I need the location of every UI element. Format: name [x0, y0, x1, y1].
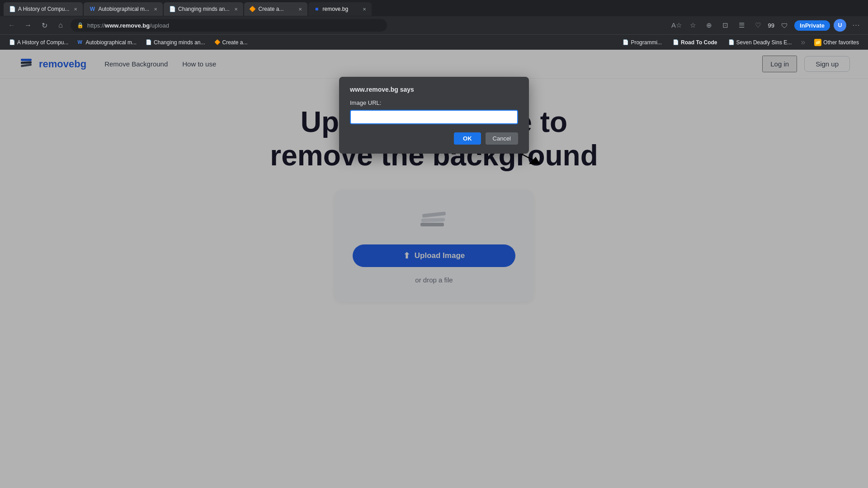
tab-label-history: A History of Compu... — [18, 6, 69, 12]
bookmark-programmi[interactable]: 📄 Programmi... — [619, 38, 665, 47]
tab-close-removebg[interactable]: ✕ — [363, 7, 366, 12]
bookmarks-separator: » — [799, 38, 807, 47]
bookmark-favicon-changing: 📄 — [146, 39, 152, 46]
bookmark-label-programmi: Programmi... — [631, 39, 662, 46]
tab-favicon-autobio: W — [89, 6, 95, 12]
dialog-cancel-button[interactable]: Cancel — [486, 132, 518, 145]
tab-favicon-history: 📄 — [9, 6, 15, 12]
collections-button[interactable]: ⊕ — [703, 19, 716, 32]
browser-right-controls: A☆ ☆ ⊕ ⊡ ☰ ♡ 99 🛡 InPrivate U ··· — [670, 19, 863, 32]
tab-close-autobio[interactable]: ✕ — [154, 7, 157, 12]
dialog-url-input[interactable] — [350, 110, 518, 124]
lock-icon: 🔒 — [77, 22, 84, 28]
url-protocol: https:// — [87, 22, 105, 29]
bookmark-label-autobio: Autobiographical m... — [85, 39, 137, 46]
main-content: removebg Remove Background How to use Lo… — [0, 50, 868, 488]
tab-favicon-create: 🔶 — [250, 6, 256, 12]
bookmark-label-changing: Changing minds an... — [154, 39, 205, 46]
browser-chrome: 📄 A History of Compu... ✕ W Autobiograph… — [0, 0, 868, 50]
refresh-button[interactable]: ↻ — [38, 19, 51, 32]
tab-favicon-changing: 📄 — [169, 6, 175, 12]
tab-favicon-removebg: ■ — [314, 6, 320, 12]
tab-close-create[interactable]: ✕ — [298, 7, 302, 12]
url-path: /upload — [150, 22, 169, 29]
tab-history[interactable]: 📄 A History of Compu... ✕ — [4, 2, 83, 16]
notification-count: 99 — [768, 22, 774, 29]
dialog-label: Image URL: — [350, 99, 518, 106]
tab-label-changing: Changing minds an... — [178, 6, 229, 12]
other-favorites[interactable]: 📁 Other favorites — [811, 38, 863, 47]
tab-label-autobio: Autobiographical m... — [98, 6, 149, 12]
bookmarks-right: 📄 Programmi... 📄 Road To Code 📄 Seven De… — [619, 38, 863, 47]
inprivate-button[interactable]: InPrivate — [794, 20, 830, 31]
read-mode-button[interactable]: A☆ — [670, 19, 683, 32]
bookmark-label-seven-sins: Seven Deadly Sins E... — [736, 39, 792, 46]
favorites-button[interactable]: ☆ — [687, 19, 699, 32]
sidebar-button[interactable]: ☰ — [736, 19, 748, 32]
dialog-ok-button[interactable]: OK — [454, 132, 481, 145]
bookmark-label-road-to-code: Road To Code — [681, 39, 717, 46]
url-display: https://www.remove.bg/upload — [87, 22, 381, 29]
tab-label-removebg: remove.bg — [323, 6, 358, 12]
bookmark-autobio[interactable]: W Autobiographical m... — [74, 38, 140, 47]
bookmark-label-history: A History of Compu... — [17, 39, 68, 46]
address-bar-row: ← → ↻ ⌂ 🔒 https://www.remove.bg/upload A… — [0, 16, 868, 34]
shield-button[interactable]: 🛡 — [778, 19, 791, 32]
home-button[interactable]: ⌂ — [54, 19, 67, 32]
tab-bar: 📄 A History of Compu... ✕ W Autobiograph… — [0, 0, 868, 16]
forward-button[interactable]: → — [22, 19, 34, 32]
bookmark-changing[interactable]: 📄 Changing minds an... — [142, 38, 208, 47]
address-bar[interactable]: 🔒 https://www.remove.bg/upload — [71, 19, 387, 32]
inprivate-label: InPrivate — [800, 22, 825, 29]
dialog-overlay: www.remove.bg says Image URL: OK Cancel — [0, 50, 868, 488]
tab-autobio[interactable]: W Autobiographical m... ✕ — [84, 2, 163, 16]
tab-close-changing[interactable]: ✕ — [234, 7, 238, 12]
bookmarks-bar: 📄 A History of Compu... W Autobiographic… — [0, 34, 868, 50]
bookmark-favicon-autobio: W — [77, 39, 84, 46]
bookmark-favicon-road-to-code: 📄 — [673, 39, 679, 46]
tab-create[interactable]: 🔶 Create a... ✕ — [244, 2, 307, 16]
url-domain: www.remove.bg — [105, 22, 150, 29]
other-favorites-label: Other favorites — [823, 39, 859, 46]
other-favorites-icon: 📁 — [814, 39, 821, 46]
more-options-button[interactable]: ··· — [850, 19, 863, 32]
bookmark-seven-sins[interactable]: 📄 Seven Deadly Sins E... — [725, 38, 796, 47]
tab-changing[interactable]: 📄 Changing minds an... ✕ — [164, 2, 243, 16]
split-view-button[interactable]: ⊡ — [719, 19, 732, 32]
bookmark-history[interactable]: 📄 A History of Compu... — [5, 38, 72, 47]
dialog-buttons: OK Cancel — [350, 132, 518, 145]
bookmark-create[interactable]: 🔶 Create a... — [211, 38, 251, 47]
tab-label-create: Create a... — [259, 6, 294, 12]
bookmark-road-to-code[interactable]: 📄 Road To Code — [669, 38, 721, 47]
tab-close-history[interactable]: ✕ — [74, 7, 77, 12]
tab-removebg[interactable]: ■ remove.bg ✕ — [308, 2, 372, 16]
dialog-title: www.remove.bg says — [350, 86, 518, 93]
avatar-letter: U — [838, 22, 842, 28]
downloads-button[interactable]: ♡ — [752, 19, 764, 32]
back-button[interactable]: ← — [5, 19, 18, 32]
bookmark-label-create: Create a... — [222, 39, 248, 46]
bookmark-favicon-history: 📄 — [9, 39, 15, 46]
bookmark-favicon-seven-sins: 📄 — [728, 39, 735, 46]
dialog-box: www.remove.bg says Image URL: OK Cancel — [339, 77, 529, 154]
bookmark-favicon-create: 🔶 — [214, 39, 221, 46]
profile-avatar[interactable]: U — [834, 19, 846, 32]
bookmark-favicon-programmi: 📄 — [623, 39, 629, 46]
